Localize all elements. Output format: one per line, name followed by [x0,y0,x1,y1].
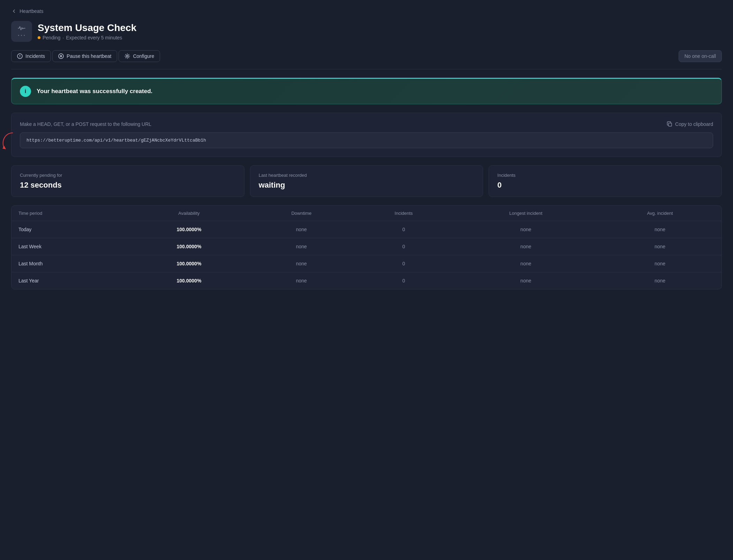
table-row: Last Week 100.0000% none 0 none none [12,238,721,255]
cell-avg: none [598,238,721,255]
stat-value-2: 0 [497,181,713,190]
cell-period: Today [12,221,129,238]
table-header-row: Time period Availability Downtime Incide… [12,206,721,221]
stats-table: Time period Availability Downtime Incide… [11,205,722,289]
schedule-text: Expected every 5 minutes [66,35,122,40]
cell-incidents: 0 [354,272,453,289]
cell-longest: none [453,272,598,289]
header-subtitle: Pending · Expected every 5 minutes [38,35,136,40]
cell-availability: 100.0000% [129,221,249,238]
cell-period: Last Week [12,238,129,255]
col-availability: Availability [129,206,249,221]
stat-card-heartbeat: Last heartbeat recorded waiting [250,165,483,197]
configure-icon [124,53,130,59]
copy-button[interactable]: Copy to clipboard [667,121,713,127]
incidents-label: Incidents [25,53,45,59]
url-card: Make a HEAD, GET, or a POST request to t… [11,113,722,157]
col-longest: Longest incident [453,206,598,221]
svg-point-2 [59,54,63,59]
oncall-badge: No one on-call [679,50,722,62]
status-text: Pending [43,35,60,40]
svg-rect-3 [60,55,61,57]
cell-incidents: 0 [354,221,453,238]
stat-label-0: Currently pending for [20,173,236,178]
stat-label-2: Incidents [497,173,713,178]
back-label: Heartbeats [20,8,43,14]
status-indicator [38,36,40,39]
cell-incidents: 0 [354,255,453,272]
table-row: Last Month 100.0000% none 0 none none [12,255,721,272]
page-header: • • • System Usage Check Pending · Expec… [11,21,722,42]
cell-availability: 100.0000% [129,238,249,255]
cell-avg: none [598,255,721,272]
url-display[interactable]: https://betteruptime.com/api/v1/heartbea… [20,133,713,148]
col-downtime: Downtime [249,206,354,221]
stat-card-pending: Currently pending for 12 seconds [11,165,244,197]
pause-label: Pause this heartbeat [67,53,111,59]
url-desc-text: Make a HEAD, GET, or a POST request to t… [20,121,151,127]
banner-message: Your heartbeat was successfully created. [37,88,152,95]
cell-availability: 100.0000% [129,272,249,289]
stat-value-0: 12 seconds [20,181,236,190]
incidents-icon [17,53,23,59]
arrow-annotation [0,131,16,152]
col-avg: Avg. incident [598,206,721,221]
back-link[interactable]: Heartbeats [11,8,43,14]
svg-point-1 [20,57,20,58]
cell-downtime: none [249,272,354,289]
cell-incidents: 0 [354,238,453,255]
chevron-left-icon [11,8,17,14]
cell-longest: none [453,255,598,272]
pause-button[interactable]: Pause this heartbeat [52,50,117,62]
avatar: • • • [11,21,32,42]
table-row: Today 100.0000% none 0 none none [12,221,721,238]
svg-rect-4 [61,55,62,57]
pause-icon [58,53,64,59]
header-info: System Usage Check Pending · Expected ev… [38,22,136,40]
separator: · [62,35,64,40]
col-incidents: Incidents [354,206,453,221]
heartbeat-icon [18,25,25,32]
stat-label-1: Last heartbeat recorded [259,173,475,178]
svg-marker-6 [2,146,6,149]
table-row: Last Year 100.0000% none 0 none none [12,272,721,289]
cell-longest: none [453,238,598,255]
configure-button[interactable]: Configure [119,50,160,62]
cell-downtime: none [249,255,354,272]
copy-icon [667,121,672,127]
incidents-button[interactable]: Incidents [11,50,51,62]
cell-downtime: none [249,238,354,255]
col-period: Time period [12,206,129,221]
svg-point-5 [127,55,128,57]
cell-avg: none [598,272,721,289]
cell-availability: 100.0000% [129,255,249,272]
svg-rect-7 [668,123,672,126]
avatar-dots: • • • [18,33,25,37]
oncall-label: No one on-call [685,53,716,59]
info-icon: i [20,86,31,97]
cell-period: Last Month [12,255,129,272]
cell-avg: none [598,221,721,238]
success-banner: i Your heartbeat was successfully create… [11,78,722,104]
toolbar: Incidents Pause this heartbeat Configure… [11,50,722,69]
heartbeat-url: https://betteruptime.com/api/v1/heartbea… [27,138,206,143]
configure-label: Configure [133,53,154,59]
page-title: System Usage Check [38,22,136,33]
cell-period: Last Year [12,272,129,289]
url-description: Make a HEAD, GET, or a POST request to t… [20,121,713,127]
stats-row: Currently pending for 12 seconds Last he… [11,165,722,197]
copy-label: Copy to clipboard [675,121,713,127]
cell-longest: none [453,221,598,238]
cell-downtime: none [249,221,354,238]
stat-card-incidents: Incidents 0 [489,165,722,197]
stat-value-1: waiting [259,181,475,190]
